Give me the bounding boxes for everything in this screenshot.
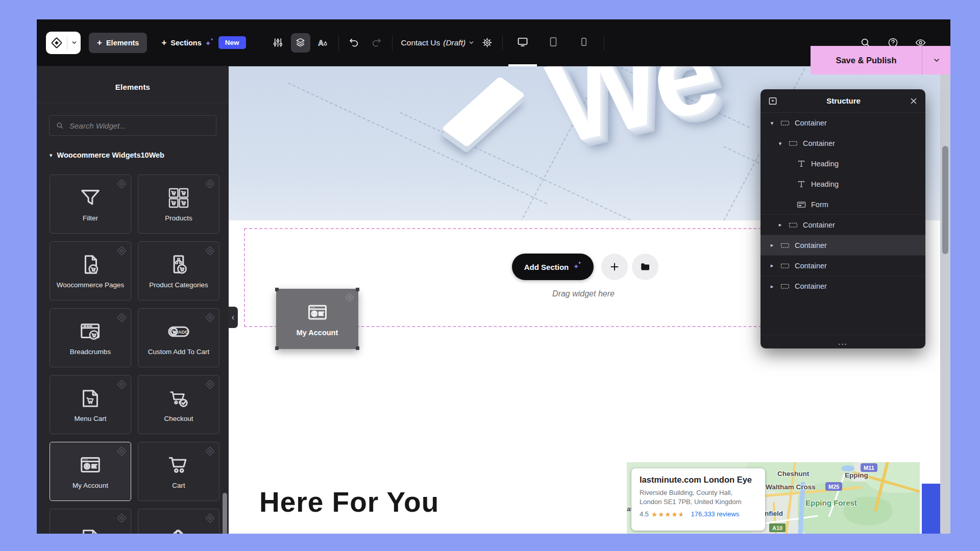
widget-card-checkout[interactable]: Checkout xyxy=(138,375,219,434)
elements-button[interactable]: + Elements xyxy=(89,33,147,53)
widget-label: Product Categories xyxy=(149,281,208,289)
structure-row-form[interactable]: Form xyxy=(761,194,925,215)
checkout-icon xyxy=(167,387,190,410)
toolbar-divider xyxy=(392,35,393,51)
tree-expand-icon[interactable]: ▸ xyxy=(769,262,775,269)
reviews-link[interactable]: 176,333 reviews xyxy=(691,510,740,518)
menu-cart-icon xyxy=(79,387,102,410)
widget-card-custom-add-to-cart[interactable]: ADDCustom Add To Cart xyxy=(138,308,219,367)
page-selector[interactable]: Contact Us (Draft) xyxy=(401,38,475,47)
device-tablet-button[interactable] xyxy=(539,19,568,66)
widget-card-breadcrumbs[interactable]: Breadcrumbs xyxy=(50,308,131,367)
tenweb-badge-icon xyxy=(116,245,128,257)
dragged-widget-label: My Account xyxy=(297,329,338,337)
widget-card-cart[interactable]: Cart xyxy=(138,442,219,501)
widget-card-widget[interactable] xyxy=(138,509,219,534)
half-star-icon: ★★ xyxy=(678,510,685,518)
widget-section-toggle[interactable]: ▾ Woocommerce Widgets10Web xyxy=(50,151,229,159)
structure-row-label: Container xyxy=(795,282,827,290)
structure-row-label: Container xyxy=(803,139,835,147)
structure-panel-header: Structure xyxy=(761,89,925,113)
tenweb-logo-icon xyxy=(46,36,67,49)
divider xyxy=(37,103,229,103)
search-widget-input[interactable] xyxy=(68,121,210,131)
custom-add-to-cart-icon: ADD xyxy=(167,320,190,343)
heading-icon xyxy=(796,179,806,189)
structure-row-container[interactable]: ▸Container xyxy=(761,235,925,256)
canvas-scrollbar-thumb[interactable] xyxy=(942,146,948,254)
products-icon xyxy=(167,186,190,210)
structure-row-container[interactable]: ▾Container xyxy=(761,113,925,133)
sections-button-label: Sections xyxy=(170,39,201,47)
canvas-scrollbar[interactable] xyxy=(940,66,950,534)
widget-card-my-account[interactable]: My Account xyxy=(50,442,131,501)
widget-card-product-categories[interactable]: Product Categories xyxy=(138,241,219,300)
container-icon xyxy=(780,118,790,128)
product-categories-icon xyxy=(167,253,190,277)
sidebar-scrollbar-thumb[interactable] xyxy=(223,493,227,534)
widget-label: Menu Cart xyxy=(74,415,106,422)
template-library-button[interactable] xyxy=(632,254,658,280)
save-publish-label: Save & Publish xyxy=(811,56,922,65)
toolbar-divider xyxy=(502,35,503,51)
widget-label: Products xyxy=(165,214,192,222)
tree-collapse-icon[interactable]: ▾ xyxy=(777,140,783,147)
structure-row-container[interactable]: ▾Container xyxy=(761,133,925,154)
tree-collapse-icon[interactable]: ▾ xyxy=(769,120,775,127)
sections-button[interactable]: + Sections ✦✦ New xyxy=(161,36,246,49)
page-settings-gear-icon[interactable] xyxy=(477,33,497,53)
layers-icon[interactable] xyxy=(291,33,310,53)
device-mobile-button[interactable] xyxy=(570,19,598,66)
container-icon xyxy=(780,240,790,251)
widget-card-filter[interactable]: Filter xyxy=(50,174,131,234)
page-status: (Draft) xyxy=(443,38,465,47)
typography-color-icon[interactable]: A xyxy=(313,33,333,53)
structure-row-container[interactable]: ▸Container xyxy=(761,256,925,276)
collapse-all-icon[interactable] xyxy=(768,96,778,106)
settings-sliders-icon[interactable] xyxy=(268,33,288,53)
device-desktop-button[interactable] xyxy=(508,19,537,66)
tenweb-badge-icon xyxy=(204,312,216,323)
collapse-panel-button[interactable]: ‹ xyxy=(229,307,238,328)
tree-expand-icon[interactable]: ▸ xyxy=(769,242,775,248)
undo-icon[interactable] xyxy=(345,33,364,53)
structure-panel-title: Structure xyxy=(778,96,909,105)
tag-cart-icon xyxy=(167,527,190,534)
close-icon[interactable] xyxy=(909,96,918,106)
breadcrumbs-icon xyxy=(79,320,102,343)
redo-icon[interactable] xyxy=(367,33,386,53)
add-section-label: Add Section xyxy=(524,263,569,271)
widget-label: Cart xyxy=(172,482,185,489)
toolbar-divider xyxy=(604,35,604,51)
structure-panel-resize-handle[interactable]: ... xyxy=(761,335,925,348)
phone-icon xyxy=(578,36,590,50)
dragged-widget-my-account[interactable]: My Account xyxy=(276,289,358,349)
structure-row-heading[interactable]: Heading xyxy=(761,154,925,174)
widget-card-woocommerce-pages[interactable]: Woocommerce Pages xyxy=(50,241,131,300)
logo-menu-button[interactable] xyxy=(46,32,81,54)
structure-row-heading[interactable]: Heading xyxy=(761,174,925,194)
sparkle-icon: ✦✦ xyxy=(573,262,581,271)
chevron-down-icon[interactable] xyxy=(67,40,81,45)
widget-card-menu-cart[interactable]: Menu Cart xyxy=(50,375,131,434)
widget-card-widget[interactable] xyxy=(50,509,131,534)
save-options-chevron[interactable] xyxy=(922,46,950,74)
form-icon xyxy=(796,199,806,210)
tree-expand-icon[interactable]: ▸ xyxy=(777,221,783,228)
add-section-button[interactable]: Add Section ✦✦ xyxy=(512,254,594,280)
save-publish-button[interactable]: Save & Publish xyxy=(811,46,950,74)
address-line-2: London SE1 7PB, United Kingdom xyxy=(640,497,757,507)
structure-row-container[interactable]: ▸Container xyxy=(761,215,925,235)
tablet-icon xyxy=(547,36,559,50)
add-container-plus-button[interactable] xyxy=(601,254,628,280)
tenweb-badge-icon xyxy=(116,312,128,323)
widget-card-products[interactable]: Products xyxy=(138,174,219,234)
toolbar-divider xyxy=(338,35,339,51)
widget-search-box xyxy=(49,115,216,136)
structure-row-container[interactable]: ▸Container xyxy=(761,276,925,296)
google-map-embed[interactable]: CheshuntWaltham CrossEppingEpping Forest… xyxy=(627,462,920,534)
elements-panel: Elements ▾ Woocommerce Widgets10Web Filt… xyxy=(37,66,229,534)
container-icon xyxy=(780,281,790,291)
tree-expand-icon[interactable]: ▸ xyxy=(769,283,775,290)
tenweb-badge-icon xyxy=(204,379,216,390)
